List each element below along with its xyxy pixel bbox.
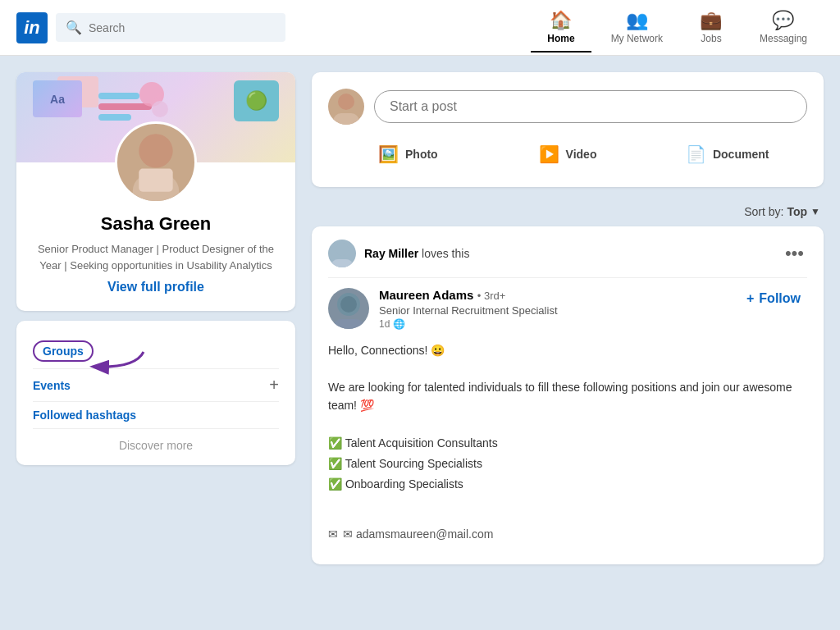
sort-bar: Sort by: Top ▼ — [312, 197, 824, 226]
svg-point-0 — [139, 134, 172, 167]
sidebar: Aa 🟢 — [16, 72, 295, 564]
events-link[interactable]: Events — [33, 379, 71, 392]
groups-circle: Groups — [33, 340, 94, 362]
photo-action[interactable]: 🖼️ Photo — [328, 138, 488, 171]
post-actions: 🖼️ Photo ▶️ Video 📄 Document — [328, 138, 807, 171]
post-user-avatar — [328, 89, 364, 125]
profile-name: Sasha Green — [16, 213, 295, 235]
network-icon: 👥 — [626, 10, 648, 31]
sort-label: Sort by: — [744, 205, 783, 218]
email-icon: ✉ — [328, 525, 338, 543]
post-body: We are looking for talented individuals … — [328, 378, 807, 415]
feed: 🖼️ Photo ▶️ Video 📄 Document Sort by: To… — [312, 72, 824, 564]
more-options-button[interactable]: ••• — [782, 243, 807, 264]
search-icon: 🔍 — [66, 20, 82, 35]
top-navigation: in 🔍 🏠 Home 👥 My Network 💼 Jobs 💬 Messag… — [0, 0, 840, 56]
nav-item-network[interactable]: 👥 My Network — [595, 3, 679, 52]
list-item: ✅ Onboarding Specialists — [328, 474, 807, 495]
sidebar-groups-item: Groups — [33, 334, 279, 369]
profile-bio: Senior Product Manager | Product Designe… — [33, 241, 279, 273]
nav-item-messaging[interactable]: 💬 Messaging — [743, 3, 824, 52]
plus-icon: + — [746, 291, 754, 306]
post-input-row — [328, 89, 807, 125]
post-box: 🖼️ Photo ▶️ Video 📄 Document — [312, 72, 824, 187]
linkedin-logo: in — [16, 12, 48, 43]
messaging-icon: 💬 — [772, 10, 794, 31]
plus-button[interactable]: + — [269, 376, 279, 395]
svg-rect-2 — [139, 169, 172, 192]
svg-point-6 — [336, 243, 349, 256]
activity-text: Ray Miller loves this — [364, 247, 774, 260]
post-email: ✉ ✉ adamsmaureen@mail.com — [328, 525, 807, 543]
svg-rect-7 — [331, 259, 353, 267]
activity-user-avatar — [328, 240, 356, 267]
svg-point-10 — [340, 296, 357, 313]
photo-icon: 🖼️ — [378, 144, 399, 164]
email-address: ✉ adamsmaureen@mail.com — [343, 525, 493, 543]
view-profile-button[interactable]: View full profile — [107, 280, 204, 294]
jobs-icon: 💼 — [700, 10, 722, 31]
banner-line-2 — [98, 103, 152, 110]
activity-user-name: Ray Miller — [364, 247, 418, 260]
post-content: Hello, Connections! 😀 We are looking for… — [328, 341, 807, 543]
nav-items: 🏠 Home 👥 My Network 💼 Jobs 💬 Messaging — [531, 3, 824, 52]
main-content: Aa 🟢 — [0, 56, 840, 581]
document-label: Document — [713, 148, 769, 161]
profile-avatar-svg — [117, 124, 194, 201]
nav-item-home[interactable]: 🏠 Home — [531, 3, 591, 52]
follow-label: Follow — [759, 291, 801, 306]
banner-circle-2 — [152, 101, 168, 117]
feed-post: Ray Miller loves this ••• Maureen Adams — [312, 226, 824, 564]
sort-value[interactable]: Top — [787, 205, 807, 218]
poster-degree: • 3rd+ — [477, 290, 506, 302]
document-action[interactable]: 📄 Document — [647, 138, 807, 171]
poster-title: Senior Internal Recruitment Specialist — [379, 304, 730, 317]
svg-rect-5 — [333, 113, 359, 125]
activity-avatar-svg — [328, 240, 356, 267]
chevron-down-icon[interactable]: ▼ — [810, 206, 820, 217]
banner-line-3 — [98, 114, 131, 121]
svg-point-4 — [338, 94, 354, 110]
poster-name-row: Maureen Adams • 3rd+ — [379, 288, 730, 303]
sidebar-events-item: Events + — [33, 369, 279, 402]
post-avatar-svg — [328, 89, 364, 125]
list-item: ✅ Talent Acquisition Consultants — [328, 433, 807, 454]
banner-line-1 — [98, 93, 139, 99]
groups-link[interactable]: Groups — [43, 345, 84, 358]
feed-post-header: Maureen Adams • 3rd+ Senior Internal Rec… — [328, 288, 807, 330]
banner-decor-circle: 🟢 — [234, 80, 279, 121]
feed-activity-row: Ray Miller loves this ••• — [328, 240, 807, 278]
document-icon: 📄 — [686, 144, 706, 164]
follow-button[interactable]: + Follow — [740, 288, 807, 309]
poster-info: Maureen Adams • 3rd+ Senior Internal Rec… — [379, 288, 730, 330]
poster-avatar — [328, 288, 369, 329]
search-input[interactable] — [89, 21, 276, 34]
nav-network-label: My Network — [611, 33, 663, 44]
nav-home-label: Home — [547, 33, 574, 44]
search-bar[interactable]: 🔍 — [56, 13, 285, 42]
profile-avatar-wrap — [16, 121, 295, 203]
discover-more-button[interactable]: Discover more — [33, 429, 279, 452]
video-icon: ▶️ — [539, 144, 559, 164]
hashtags-link[interactable]: Followed hashtags — [33, 409, 136, 422]
photo-label: Photo — [405, 148, 438, 161]
list-item: ✅ Talent Sourcing Specialists — [328, 454, 807, 474]
sidebar-links: Groups Events + Followed hashtags — [16, 321, 295, 465]
home-icon: 🏠 — [550, 10, 572, 31]
svg-rect-9 — [332, 319, 365, 329]
nav-messaging-label: Messaging — [760, 33, 807, 44]
start-post-input[interactable] — [374, 90, 807, 123]
video-action[interactable]: ▶️ Video — [488, 138, 648, 171]
nav-jobs-label: Jobs — [701, 33, 721, 44]
globe-icon: 🌐 — [393, 318, 405, 330]
sidebar-hashtags-item: Followed hashtags — [33, 402, 279, 429]
banner-decor-aa: Aa — [33, 80, 82, 117]
post-list: ✅ Talent Acquisition Consultants ✅ Talen… — [328, 433, 807, 495]
profile-card: Aa 🟢 — [16, 72, 295, 311]
nav-item-jobs[interactable]: 💼 Jobs — [682, 3, 740, 52]
poster-avatar-svg — [328, 288, 369, 329]
post-greeting: Hello, Connections! 😀 — [328, 341, 807, 359]
video-label: Video — [566, 148, 597, 161]
poster-name[interactable]: Maureen Adams — [379, 288, 473, 302]
poster-time: 1d 🌐 — [379, 318, 730, 330]
